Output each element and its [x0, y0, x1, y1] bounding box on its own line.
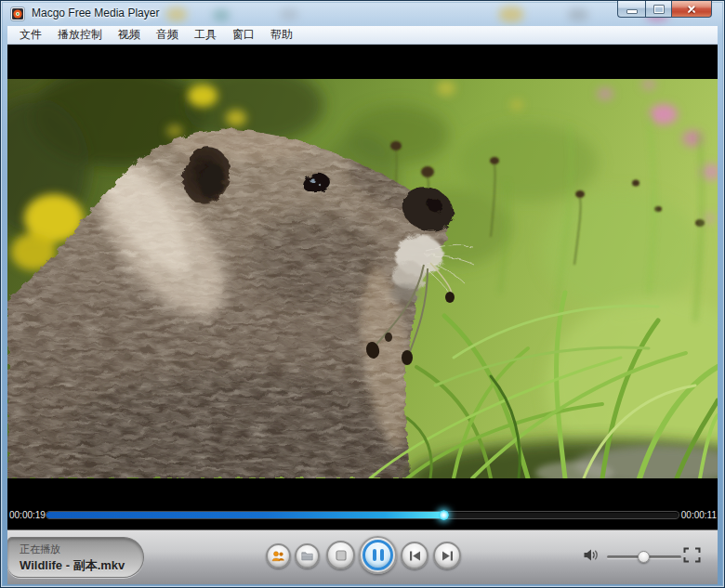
playback-state-label: 正在播放: [20, 542, 60, 556]
menu-playback-control[interactable]: 播放控制: [52, 25, 108, 45]
maximize-button[interactable]: [645, 1, 671, 18]
menu-window[interactable]: 窗口: [227, 25, 260, 45]
minimize-button[interactable]: [617, 1, 645, 18]
now-playing-box: 正在播放 Wildlife - 副本.mkv: [7, 537, 144, 578]
menu-file[interactable]: 文件: [14, 25, 47, 45]
seekbar-fill: [46, 512, 444, 518]
fullscreen-icon: [685, 549, 700, 562]
app-icon: [10, 7, 25, 21]
speaker-icon[interactable]: [584, 548, 600, 562]
remaining-time: 00:00:11: [680, 510, 717, 520]
menu-video[interactable]: 视频: [112, 25, 146, 45]
title-bar[interactable]: Macgo Free Media Player: [1, 1, 724, 26]
maximize-icon: [653, 5, 665, 14]
stop-button[interactable]: [326, 541, 355, 569]
playlist-button[interactable]: [266, 543, 291, 568]
volume-knob[interactable]: [638, 551, 650, 563]
video-frame-marmot-scene[interactable]: [7, 79, 718, 478]
window-content: 文件 播放控制 视频 音频 工具 窗口 帮助: [7, 26, 718, 584]
video-area[interactable]: 00:00:19 00:00:11: [7, 45, 718, 529]
menu-bar: 文件 播放控制 视频 音频 工具 窗口 帮助: [7, 26, 718, 45]
desktop-blur-decoration: [166, 7, 187, 21]
window-controls: [617, 1, 712, 18]
close-icon: [686, 4, 697, 15]
desktop-blur-decoration: [213, 9, 230, 21]
volume-slider[interactable]: [607, 555, 681, 558]
open-file-button[interactable]: [295, 543, 320, 568]
pause-button[interactable]: [359, 536, 397, 574]
minimize-icon: [626, 9, 638, 14]
playhead-handle[interactable]: [439, 510, 449, 520]
skip-forward-icon: [442, 551, 454, 561]
desktop-blur-decoration: [568, 8, 588, 21]
stop-icon: [336, 550, 347, 561]
previous-button[interactable]: [401, 542, 428, 569]
seek-bar[interactable]: [46, 512, 679, 518]
filename-label: Wildlife - 副本.mkv: [20, 557, 125, 574]
desktop-blur-decoration: [499, 7, 523, 22]
next-button[interactable]: [433, 542, 461, 569]
app-window: Macgo Free Media Player 文件 播放控制 视频 音频 工具…: [0, 0, 725, 588]
users-icon: [271, 551, 285, 562]
window-title: Macgo Free Media Player: [32, 7, 159, 20]
desktop-blur-decoration: [280, 8, 298, 20]
control-bar: 正在播放 Wildlife - 副本.mkv: [7, 529, 718, 584]
close-button[interactable]: [671, 1, 712, 18]
folder-icon: [301, 551, 313, 561]
menu-help[interactable]: 帮助: [265, 25, 298, 45]
skip-back-icon: [409, 551, 421, 561]
fullscreen-button[interactable]: [683, 547, 701, 563]
pause-icon: [362, 540, 393, 570]
menu-tools[interactable]: 工具: [189, 25, 222, 45]
elapsed-time: 00:00:19: [9, 510, 46, 520]
menu-audio[interactable]: 音频: [151, 25, 184, 45]
